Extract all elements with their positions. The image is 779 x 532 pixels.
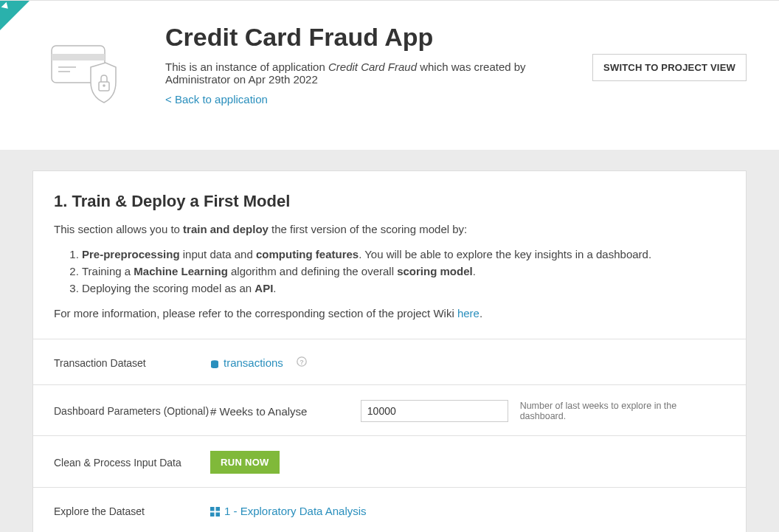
dashboard-icon (210, 506, 220, 516)
svg-rect-12 (216, 513, 221, 517)
app-name-italic: Credit Card Fraud (328, 61, 417, 73)
section-intro: 1. Train & Deploy a First Model This sec… (33, 171, 746, 339)
exploratory-analysis-link[interactable]: 1 - Exploratory Data Analysis (210, 505, 367, 517)
transactions-dataset-link[interactable]: transactions (210, 356, 283, 369)
help-icon[interactable]: ? (297, 356, 307, 369)
svg-rect-11 (210, 513, 215, 517)
weeks-to-analyse-input[interactable] (361, 400, 508, 422)
page-title: Credit Card Fraud App (165, 23, 563, 52)
step-3: Deploying the scoring model as an API. (82, 280, 725, 297)
weeks-hint-text: Number of last weeks to explore in the d… (520, 401, 725, 421)
database-icon (210, 359, 219, 367)
svg-rect-10 (216, 507, 221, 511)
transaction-dataset-label: Transaction Dataset (54, 357, 210, 369)
corner-ribbon-badge (0, 1, 30, 30)
more-info-text: For more information, please refer to th… (54, 307, 725, 319)
content-panel: 1. Train & Deploy a First Model This sec… (32, 170, 747, 532)
step-1: Pre-preprocessing input data and computi… (82, 246, 725, 263)
clean-process-label: Clean & Process Input Data (54, 457, 210, 469)
steps-list: Pre-preprocessing input data and computi… (54, 246, 725, 297)
back-to-application-link[interactable]: < Back to application (165, 93, 268, 106)
credit-card-shield-icon (51, 45, 117, 104)
switch-to-project-view-button[interactable]: SWITCH TO PROJECT VIEW (592, 54, 747, 81)
svg-rect-1 (52, 54, 105, 61)
weeks-to-analyse-label: # Weeks to Analyse (210, 405, 349, 418)
wiki-here-link[interactable]: here (457, 307, 479, 319)
header-area: Credit Card Fraud App This is an instanc… (0, 1, 779, 150)
svg-rect-9 (210, 507, 215, 511)
step-2: Training a Machine Learning algorithm an… (82, 263, 725, 280)
section-title: 1. Train & Deploy a First Model (54, 192, 725, 211)
svg-point-5 (103, 84, 105, 87)
run-now-button[interactable]: RUN NOW (210, 451, 280, 474)
row-transaction-dataset: Transaction Dataset transactions ? (33, 339, 746, 384)
app-icon (32, 23, 136, 104)
row-explore-dataset: Explore the Dataset 1 - Exploratory Data… (33, 487, 746, 532)
dashboard-params-label: Dashboard Parameters (Optional) (54, 405, 210, 417)
svg-text:?: ? (300, 359, 304, 366)
content-background: 1. Train & Deploy a First Model This sec… (0, 150, 779, 532)
row-clean-process: Clean & Process Input Data RUN NOW (33, 435, 746, 487)
instance-description: This is an instance of application Credi… (165, 61, 563, 86)
explore-dataset-label: Explore the Dataset (54, 505, 210, 517)
row-dashboard-parameters: Dashboard Parameters (Optional) # Weeks … (33, 384, 746, 435)
section-intro-text: This section allows you to train and dep… (54, 221, 725, 238)
